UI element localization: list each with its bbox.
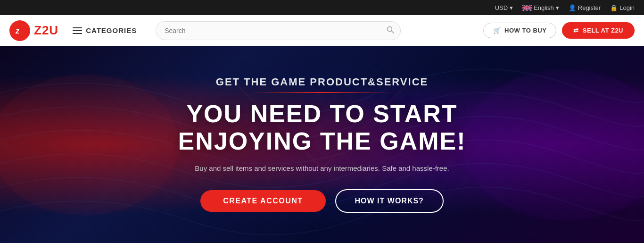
categories-label: CATEGORIES [86, 26, 137, 34]
hero-section: GET THE GAME PRODUCT&SERVICE YOU NEED TO… [0, 46, 644, 243]
create-account-label: CREATE ACCOUNT [223, 197, 303, 205]
hamburger-icon [73, 27, 82, 34]
sell-button[interactable]: ⇄ SELL AT Z2U [562, 22, 635, 39]
hero-title: YOU NEED TO START ENJOYING THE GAME! [119, 101, 525, 154]
hero-divider [251, 92, 393, 93]
hero-buttons: CREATE ACCOUNT HOW IT WORKS? [119, 189, 525, 213]
register-icon: 👤 [569, 4, 576, 11]
how-it-works-button[interactable]: HOW IT WORKS? [335, 189, 444, 213]
svg-line-12 [392, 31, 394, 33]
language-arrow: ▾ [556, 4, 559, 11]
svg-text:z: z [15, 27, 20, 35]
currency-selector[interactable]: USD ▾ [495, 4, 513, 11]
svg-rect-8 [522, 7, 532, 8]
search-icon [387, 26, 394, 35]
lock-icon: 🔒 [610, 4, 618, 11]
exchange-icon: ⇄ [573, 27, 579, 34]
register-link[interactable]: 👤 Register [569, 4, 601, 11]
hero-subtitle: GET THE GAME PRODUCT&SERVICE [119, 76, 525, 88]
login-label: Login [619, 4, 635, 11]
cart-icon: 🛒 [493, 27, 501, 34]
search-input[interactable] [156, 21, 401, 40]
currency-label: USD [495, 4, 508, 11]
flag-icon [522, 5, 532, 11]
how-it-works-label: HOW IT WORKS? [355, 197, 424, 205]
login-link[interactable]: 🔒 Login [610, 4, 635, 11]
logo[interactable]: z Z2U [9, 20, 58, 41]
hero-content: GET THE GAME PRODUCT&SERVICE YOU NEED TO… [110, 76, 534, 212]
logo-text: Z2U [34, 23, 58, 38]
top-bar: USD ▾ English ▾ 👤 Register 🔒 Login [0, 0, 644, 15]
how-to-buy-label: HOW TO BUY [504, 27, 546, 34]
register-label: Register [578, 4, 601, 11]
search-container [156, 21, 401, 40]
hero-description: Buy and sell items and services without … [119, 164, 525, 172]
categories-button[interactable]: CATEGORIES [73, 26, 137, 34]
sell-label: SELL AT Z2U [583, 27, 623, 34]
currency-arrow: ▾ [510, 4, 513, 11]
create-account-button[interactable]: CREATE ACCOUNT [200, 190, 325, 212]
navbar: z Z2U CATEGORIES 🛒 HOW TO BUY ⇄ SELL AT … [0, 15, 644, 46]
logo-icon: z [9, 20, 30, 41]
nav-right: 🛒 HOW TO BUY ⇄ SELL AT Z2U [483, 22, 635, 39]
language-selector[interactable]: English ▾ [522, 4, 559, 11]
how-to-buy-button[interactable]: 🛒 HOW TO BUY [483, 23, 557, 38]
language-label: English [534, 4, 554, 11]
